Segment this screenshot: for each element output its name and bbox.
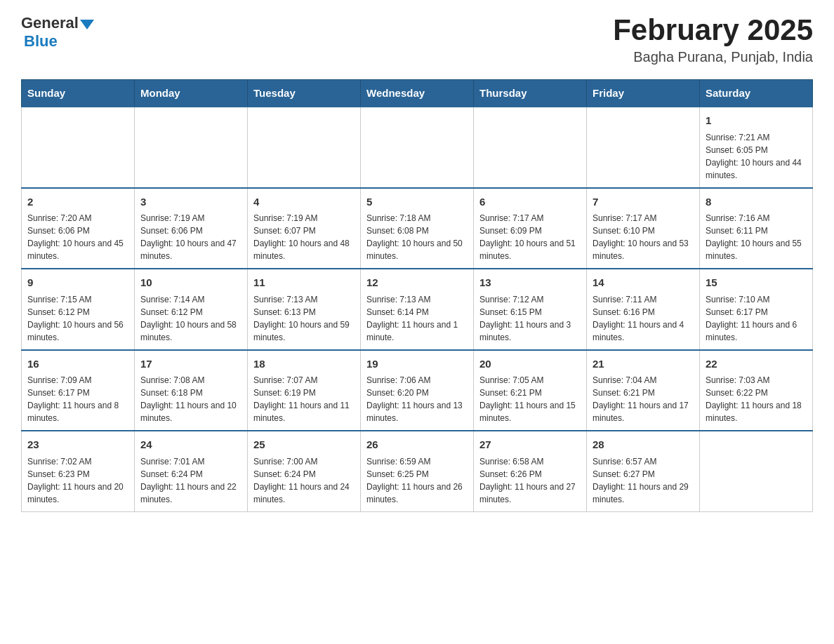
day-info: Sunset: 6:16 PM <box>593 306 694 318</box>
calendar-cell <box>135 107 248 188</box>
day-info: Sunset: 6:24 PM <box>140 468 241 481</box>
day-info: Sunrise: 7:02 AM <box>27 455 128 468</box>
day-info: Sunrise: 7:06 AM <box>366 374 468 387</box>
calendar-cell: 7Sunrise: 7:17 AMSunset: 6:10 PMDaylight… <box>587 188 700 269</box>
day-number: 17 <box>140 356 241 373</box>
calendar-cell <box>700 431 813 511</box>
day-info: Daylight: 11 hours and 11 minutes. <box>253 399 355 424</box>
day-info: Sunset: 6:26 PM <box>479 468 581 481</box>
day-number: 10 <box>140 275 241 291</box>
day-info: Sunrise: 7:12 AM <box>479 293 581 306</box>
calendar-week-row: 2Sunrise: 7:20 AMSunset: 6:06 PMDaylight… <box>22 188 813 269</box>
day-info: Sunrise: 7:16 AM <box>706 212 807 224</box>
day-info: Sunrise: 6:57 AM <box>593 455 694 468</box>
day-info: Sunrise: 7:17 AM <box>593 212 694 224</box>
day-info: Sunrise: 7:05 AM <box>479 374 581 387</box>
calendar-cell: 18Sunrise: 7:07 AMSunset: 6:19 PMDayligh… <box>248 350 361 431</box>
day-info: Sunset: 6:22 PM <box>706 387 807 399</box>
calendar-cell: 13Sunrise: 7:12 AMSunset: 6:15 PMDayligh… <box>474 269 587 350</box>
day-info: Sunset: 6:12 PM <box>140 306 241 318</box>
col-thursday: Thursday <box>474 80 587 107</box>
day-info: Sunset: 6:10 PM <box>593 224 694 237</box>
logo-general-text: General <box>21 14 79 32</box>
calendar-cell: 21Sunrise: 7:04 AMSunset: 6:21 PMDayligh… <box>587 350 700 431</box>
day-info: Sunset: 6:13 PM <box>253 306 355 318</box>
day-info: Daylight: 10 hours and 48 minutes. <box>253 237 355 262</box>
day-info: Sunrise: 7:15 AM <box>27 293 128 306</box>
day-info: Sunset: 6:07 PM <box>253 224 355 237</box>
day-info: Daylight: 10 hours and 55 minutes. <box>706 237 807 262</box>
day-info: Sunrise: 7:07 AM <box>253 374 355 387</box>
day-info: Sunset: 6:21 PM <box>593 387 694 399</box>
day-info: Daylight: 10 hours and 50 minutes. <box>366 237 468 262</box>
calendar-cell: 5Sunrise: 7:18 AMSunset: 6:08 PMDaylight… <box>361 188 474 269</box>
main-title: February 2025 <box>613 14 813 46</box>
calendar-week-row: 1Sunrise: 7:21 AMSunset: 6:05 PMDaylight… <box>22 107 813 188</box>
day-number: 14 <box>593 275 694 291</box>
day-info: Sunrise: 7:17 AM <box>479 212 581 224</box>
subtitle: Bagha Purana, Punjab, India <box>613 49 813 65</box>
day-info: Sunset: 6:05 PM <box>706 144 807 156</box>
day-number: 27 <box>479 437 581 453</box>
col-saturday: Saturday <box>700 80 813 107</box>
day-info: Sunrise: 7:11 AM <box>593 293 694 306</box>
logo: General Blue <box>21 14 94 51</box>
day-number: 26 <box>366 437 468 453</box>
col-friday: Friday <box>587 80 700 107</box>
calendar-cell <box>474 107 587 188</box>
calendar-cell: 27Sunrise: 6:58 AMSunset: 6:26 PMDayligh… <box>474 431 587 511</box>
calendar-cell: 26Sunrise: 6:59 AMSunset: 6:25 PMDayligh… <box>361 431 474 511</box>
day-number: 1 <box>706 113 807 129</box>
day-number: 16 <box>27 356 128 373</box>
calendar-cell: 28Sunrise: 6:57 AMSunset: 6:27 PMDayligh… <box>587 431 700 511</box>
day-info: Sunrise: 7:14 AM <box>140 293 241 306</box>
day-info: Sunrise: 7:10 AM <box>706 293 807 306</box>
day-number: 11 <box>253 275 355 291</box>
page-header: General Blue February 2025 Bagha Purana,… <box>21 14 813 65</box>
day-info: Sunset: 6:15 PM <box>479 306 581 318</box>
col-monday: Monday <box>135 80 248 107</box>
day-number: 6 <box>479 194 581 210</box>
logo-arrow-icon <box>80 20 94 29</box>
day-number: 22 <box>706 356 807 373</box>
calendar-cell <box>587 107 700 188</box>
calendar-cell: 4Sunrise: 7:19 AMSunset: 6:07 PMDaylight… <box>248 188 361 269</box>
day-info: Sunrise: 7:09 AM <box>27 374 128 387</box>
day-info: Sunrise: 7:00 AM <box>253 455 355 468</box>
day-info: Daylight: 11 hours and 18 minutes. <box>706 399 807 424</box>
day-info: Sunrise: 7:21 AM <box>706 131 807 144</box>
day-info: Daylight: 11 hours and 24 minutes. <box>253 481 355 506</box>
day-info: Daylight: 11 hours and 15 minutes. <box>479 399 581 424</box>
day-number: 15 <box>706 275 807 291</box>
day-number: 5 <box>366 194 468 210</box>
calendar-cell: 2Sunrise: 7:20 AMSunset: 6:06 PMDaylight… <box>22 188 135 269</box>
day-info: Sunset: 6:19 PM <box>253 387 355 399</box>
day-number: 24 <box>140 437 241 453</box>
calendar-table: Sunday Monday Tuesday Wednesday Thursday… <box>21 79 813 512</box>
day-info: Sunset: 6:06 PM <box>27 224 128 237</box>
day-info: Sunset: 6:06 PM <box>140 224 241 237</box>
day-info: Sunrise: 6:58 AM <box>479 455 581 468</box>
day-info: Daylight: 10 hours and 45 minutes. <box>27 237 128 262</box>
day-info: Sunset: 6:17 PM <box>27 387 128 399</box>
day-info: Sunrise: 7:01 AM <box>140 455 241 468</box>
day-info: Daylight: 10 hours and 47 minutes. <box>140 237 241 262</box>
day-info: Sunrise: 7:19 AM <box>140 212 241 224</box>
calendar-cell: 8Sunrise: 7:16 AMSunset: 6:11 PMDaylight… <box>700 188 813 269</box>
day-info: Sunset: 6:18 PM <box>140 387 241 399</box>
day-info: Sunrise: 7:13 AM <box>366 293 468 306</box>
calendar-cell: 19Sunrise: 7:06 AMSunset: 6:20 PMDayligh… <box>361 350 474 431</box>
day-info: Sunrise: 7:13 AM <box>253 293 355 306</box>
calendar-cell: 16Sunrise: 7:09 AMSunset: 6:17 PMDayligh… <box>22 350 135 431</box>
day-number: 2 <box>27 194 128 210</box>
day-info: Daylight: 11 hours and 20 minutes. <box>27 481 128 506</box>
day-info: Daylight: 11 hours and 1 minute. <box>366 318 468 344</box>
day-info: Sunrise: 7:19 AM <box>253 212 355 224</box>
day-info: Daylight: 11 hours and 26 minutes. <box>366 481 468 506</box>
calendar-cell: 10Sunrise: 7:14 AMSunset: 6:12 PMDayligh… <box>135 269 248 350</box>
day-number: 21 <box>593 356 694 373</box>
day-info: Daylight: 11 hours and 8 minutes. <box>27 399 128 424</box>
day-info: Daylight: 11 hours and 10 minutes. <box>140 399 241 424</box>
day-info: Daylight: 11 hours and 22 minutes. <box>140 481 241 506</box>
day-info: Sunset: 6:27 PM <box>593 468 694 481</box>
